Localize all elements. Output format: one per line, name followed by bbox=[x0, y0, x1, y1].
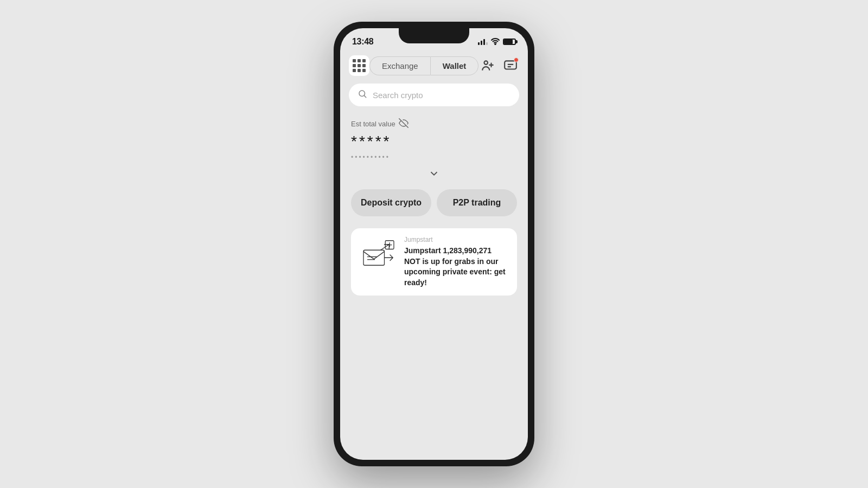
status-time: 13:48 bbox=[352, 37, 373, 47]
balance-hidden: ***** bbox=[351, 133, 517, 150]
battery-icon bbox=[503, 38, 516, 45]
jumpstart-text: Jumpstart 1,283,990,271 NOT is up for gr… bbox=[404, 246, 508, 288]
menu-button[interactable] bbox=[349, 55, 369, 76]
wallet-tab[interactable]: Wallet bbox=[430, 56, 479, 75]
grid-icon bbox=[353, 59, 366, 72]
nav-tabs: Exchange Wallet bbox=[369, 56, 478, 75]
users-icon bbox=[481, 59, 495, 73]
wifi-icon bbox=[491, 37, 500, 47]
top-nav: Exchange Wallet bbox=[340, 52, 528, 81]
search-bar[interactable]: Search crypto bbox=[349, 84, 519, 106]
action-buttons: Deposit crypto P2P trading bbox=[351, 189, 517, 216]
users-button[interactable] bbox=[478, 56, 497, 75]
jumpstart-content: Jumpstart Jumpstart 1,283,990,271 NOT is… bbox=[404, 236, 508, 288]
jumpstart-label: Jumpstart bbox=[404, 236, 508, 243]
notification-badge bbox=[514, 57, 519, 62]
chevron-down-icon bbox=[428, 168, 440, 179]
search-icon bbox=[358, 89, 367, 101]
svg-point-1 bbox=[484, 61, 488, 65]
notch bbox=[399, 28, 469, 43]
jumpstart-card[interactable]: Jumpstart Jumpstart 1,283,990,271 NOT is… bbox=[351, 228, 517, 296]
nav-actions bbox=[478, 56, 520, 75]
sub-balance-hidden: •••••••••• bbox=[351, 153, 517, 161]
messages-button[interactable] bbox=[501, 56, 520, 75]
p2p-trading-button[interactable]: P2P trading bbox=[437, 189, 517, 216]
status-icons bbox=[478, 37, 516, 47]
deposit-crypto-button[interactable]: Deposit crypto bbox=[351, 189, 431, 216]
svg-rect-5 bbox=[363, 250, 385, 265]
search-placeholder: Search crypto bbox=[373, 91, 423, 100]
phone-frame: 13:48 bbox=[334, 22, 534, 466]
phone-screen: 13:48 bbox=[340, 28, 528, 460]
jumpstart-illustration bbox=[360, 236, 398, 276]
wallet-content: Est total value ***** •••••••••• Deposit… bbox=[340, 115, 528, 296]
signal-icon bbox=[478, 38, 488, 45]
exchange-tab[interactable]: Exchange bbox=[369, 56, 430, 75]
expand-row[interactable] bbox=[351, 168, 517, 179]
hide-balance-icon[interactable] bbox=[399, 118, 409, 130]
svg-point-0 bbox=[495, 43, 496, 44]
est-value-label: Est total value bbox=[351, 118, 517, 130]
